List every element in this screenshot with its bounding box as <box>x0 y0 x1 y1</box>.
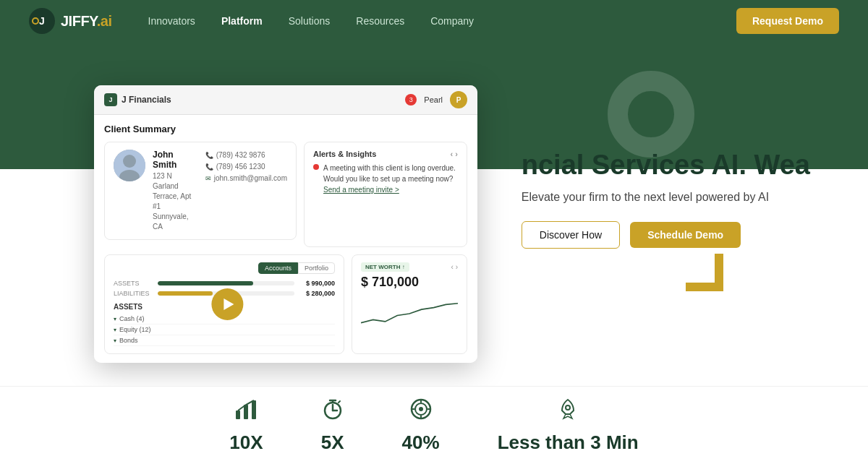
networth-value: $ 710,000 <box>361 275 458 290</box>
svg-point-17 <box>419 407 423 411</box>
asset-item-equity[interactable]: ▾Equity (12) <box>114 325 335 335</box>
hero-buttons: Discover How Schedule Demo <box>522 221 810 249</box>
client-info: John Smith 123 N Garland Terrace, Apt #1… <box>153 150 198 232</box>
accounts-header: Client Summary Accounts Portfolio <box>114 262 335 274</box>
nav-links: Innovators Platform Solutions Resources … <box>148 15 736 27</box>
networth-header: NET WORTH ↑ ‹ › <box>361 262 458 272</box>
client-card: John Smith 123 N Garland Terrace, Apt #1… <box>104 142 297 240</box>
stat-value-10x: 10X <box>229 431 263 454</box>
accounts-card: Client Summary Accounts Portfolio ASSETS… <box>104 254 344 354</box>
user-avatar[interactable]: P <box>450 91 467 108</box>
alerts-card: Alerts & Insights ‹ › A meeting with thi… <box>304 142 467 247</box>
accounts-row: Client Summary Accounts Portfolio ASSETS… <box>104 254 467 354</box>
client-name: John Smith <box>153 150 198 170</box>
svg-line-14 <box>339 401 340 403</box>
logo[interactable]: J JIFFY.ai <box>29 8 112 34</box>
client-contact: 📞(789) 432 9876 📞(789) 456 1230 ✉john.sm… <box>205 150 287 232</box>
request-demo-button[interactable]: Request Demo <box>736 8 839 34</box>
stat-value-40pct: 40% <box>402 431 440 454</box>
svg-rect-6 <box>236 411 240 419</box>
stat-item-3min: Less than 3 Min <box>498 398 639 454</box>
timer-icon <box>321 398 344 426</box>
svg-point-22 <box>566 405 570 410</box>
svg-text:J: J <box>39 15 45 27</box>
target-icon <box>409 398 433 426</box>
dash-company-name: J Financials <box>122 95 171 105</box>
dash-logo-area: J J Financials <box>104 93 171 106</box>
logo-text: JIFFY.ai <box>61 13 112 30</box>
section-title: Client Summary <box>104 124 467 134</box>
svg-rect-7 <box>244 405 248 419</box>
alert-item: A meeting with this client is long overd… <box>313 163 458 195</box>
alert-text: A meeting with this client is long overd… <box>323 163 458 195</box>
assets-value: $ 990,000 <box>299 280 335 287</box>
client-avatar <box>114 150 145 181</box>
stats-section: 10X 5X 40% <box>0 386 868 464</box>
nav-company[interactable]: Company <box>430 15 474 27</box>
discover-how-button[interactable]: Discover How <box>522 221 620 249</box>
nav-resources[interactable]: Resources <box>356 15 404 27</box>
assets-label: ASSETS <box>114 280 153 287</box>
navbar: J JIFFY.ai Innovators Platform Solutions… <box>0 0 868 42</box>
logo-ai: .ai <box>97 13 112 29</box>
nav-innovators[interactable]: Innovators <box>148 15 195 27</box>
jiffy-logo-icon: J <box>29 8 55 34</box>
deco-corner-icon <box>684 252 723 291</box>
asset-item-bonds[interactable]: ▾Bonds <box>114 335 335 346</box>
liabilities-label: LIABILITIES <box>114 290 153 297</box>
assets-bar <box>158 281 253 285</box>
hero-section: J J Financials 3 Pearl P Client Summary <box>0 42 868 386</box>
client-address: 123 N Garland Terrace, Apt #1 <box>153 171 198 212</box>
user-name: Pearl <box>424 95 443 104</box>
tab-portfolio[interactable]: Portfolio <box>298 262 335 274</box>
tab-accounts[interactable]: Accounts <box>258 262 298 274</box>
nav-platform[interactable]: Platform <box>221 15 263 27</box>
alert-dot-icon <box>313 164 319 170</box>
alerts-title: Alerts & Insights ‹ › <box>313 150 458 158</box>
dashboard-body: Client Summary John Smith 123 N Garland … <box>94 115 477 363</box>
networth-badge: NET WORTH ↑ <box>361 262 409 272</box>
hero-text: ncial Services AI. Wea Elevate your firm… <box>522 150 810 249</box>
assets-bar-wrap <box>158 281 294 285</box>
stat-item-5x: 5X <box>321 398 344 454</box>
networth-chart <box>361 296 458 332</box>
stat-item-10x: 10X <box>229 398 263 454</box>
stat-value-3min: Less than 3 Min <box>498 431 639 454</box>
hero-headline: ncial Services AI. Wea <box>522 150 810 181</box>
liabilities-value: $ 280,000 <box>299 290 335 297</box>
liabilities-bar <box>158 291 213 296</box>
networth-card: NET WORTH ↑ ‹ › $ 710,000 <box>352 254 467 354</box>
tab-group: Accounts Portfolio <box>258 262 335 274</box>
assets-row: ASSETS $ 990,000 <box>114 280 335 287</box>
stat-value-5x: 5X <box>321 431 344 454</box>
dash-logo-small: J <box>104 93 117 106</box>
dash-header-right: 3 Pearl P <box>405 91 467 108</box>
nav-solutions[interactable]: Solutions <box>289 15 331 27</box>
dashboard-preview: J J Financials 3 Pearl P Client Summary <box>94 85 477 363</box>
dashboard-header: J J Financials 3 Pearl P <box>94 85 477 115</box>
hero-subtext: Elevate your firm to the next level powe… <box>522 191 810 204</box>
svg-point-4 <box>123 155 136 168</box>
client-city: Sunnyvale, CA <box>153 212 198 232</box>
deco-circle <box>608 71 694 158</box>
svg-rect-8 <box>252 400 256 419</box>
schedule-demo-button[interactable]: Schedule Demo <box>630 222 741 248</box>
alert-link[interactable]: Send a meeting invite > <box>323 186 399 194</box>
stat-item-40pct: 40% <box>402 398 440 454</box>
rocket-icon <box>556 398 579 426</box>
chart-icon <box>234 398 258 426</box>
play-button[interactable] <box>211 288 243 320</box>
notification-badge[interactable]: 3 <box>405 94 417 106</box>
